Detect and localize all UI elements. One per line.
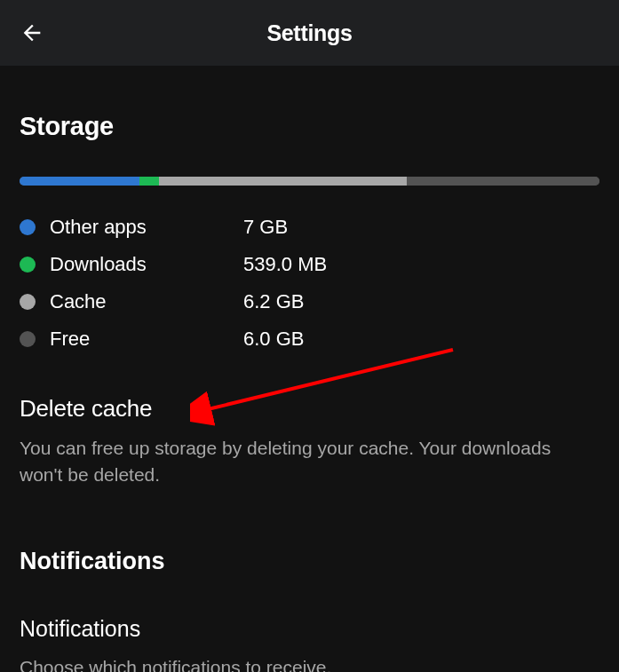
- notifications-item[interactable]: Notifications Choose which notifications…: [20, 616, 599, 672]
- legend-label: Cache: [50, 290, 243, 313]
- legend-row: Cache6.2 GB: [20, 283, 599, 320]
- arrow-left-icon: [20, 20, 44, 45]
- notifications-item-desc: Choose which notifications to receive.: [20, 654, 588, 672]
- delete-cache-title: Delete cache: [20, 395, 599, 423]
- content: Storage Other apps7 GBDownloads539.0 MBC…: [0, 112, 619, 672]
- legend-label: Free: [50, 328, 243, 351]
- back-button[interactable]: [16, 17, 48, 49]
- legend-dot-icon: [20, 331, 36, 347]
- storage-bar-seg-other: [20, 177, 139, 186]
- storage-heading: Storage: [20, 112, 599, 141]
- legend-value: 7 GB: [243, 216, 288, 239]
- legend-dot-icon: [20, 257, 36, 273]
- legend-value: 6.0 GB: [243, 328, 304, 351]
- legend-value: 6.2 GB: [243, 290, 304, 313]
- legend-dot-icon: [20, 219, 36, 235]
- storage-bar-seg-downloads: [139, 177, 159, 186]
- page-title: Settings: [0, 20, 619, 46]
- legend-value: 539.0 MB: [243, 253, 327, 276]
- storage-bar: [20, 177, 599, 186]
- legend-label: Other apps: [50, 216, 243, 239]
- legend-row: Free6.0 GB: [20, 320, 599, 358]
- storage-bar-seg-free: [407, 177, 599, 186]
- header: Settings: [0, 0, 619, 66]
- legend-dot-icon: [20, 294, 36, 310]
- notifications-item-title: Notifications: [20, 616, 599, 642]
- storage-bar-seg-cache: [159, 177, 407, 186]
- storage-legend: Other apps7 GBDownloads539.0 MBCache6.2 …: [20, 209, 599, 358]
- legend-label: Downloads: [50, 253, 243, 276]
- legend-row: Other apps7 GB: [20, 209, 599, 246]
- delete-cache-desc: You can free up storage by deleting your…: [20, 435, 588, 489]
- delete-cache-item[interactable]: Delete cache You can free up storage by …: [20, 395, 599, 489]
- legend-row: Downloads539.0 MB: [20, 246, 599, 283]
- notifications-heading: Notifications: [20, 548, 599, 575]
